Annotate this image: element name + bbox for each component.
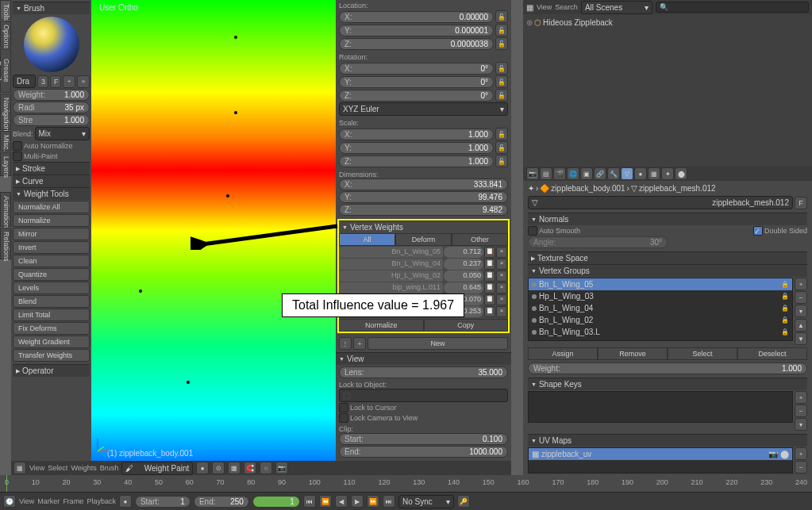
wt-blend[interactable]: Blend: [13, 295, 90, 308]
rot-x[interactable]: X:0°: [339, 63, 494, 75]
vtab-misc[interactable]: Misc.: [0, 131, 11, 151]
prop-tab-layers-icon[interactable]: ▤: [540, 167, 552, 180]
brush-panel-header[interactable]: Brush: [13, 2, 90, 14]
prop-tab-scene-icon[interactable]: 🎬: [553, 167, 566, 180]
shape-keys-header[interactable]: Shape Keys: [528, 378, 807, 390]
end-frame[interactable]: End:250: [194, 496, 249, 508]
curve-panel-header[interactable]: Curve: [13, 174, 90, 187]
snap-icon[interactable]: 🧲: [244, 462, 256, 474]
paste-icon[interactable]: 📋: [484, 270, 495, 282]
rot-y[interactable]: Y:0°: [339, 76, 494, 88]
vw-value[interactable]: 0.712: [444, 247, 483, 258]
vg-item[interactable]: Bn_L_Wing_03.L🔒: [529, 326, 792, 338]
uv-item[interactable]: ▦zippleback_uv📷⬤: [529, 448, 792, 460]
delete-icon[interactable]: ×: [496, 270, 507, 282]
dim-y[interactable]: Y:99.476: [339, 191, 508, 203]
vtab-tools[interactable]: Tools: [0, 0, 11, 20]
vg-move-down-icon[interactable]: ▼: [795, 332, 807, 345]
brush-name-field[interactable]: Dra: [13, 75, 36, 88]
vtab-anim[interactable]: Animation: [0, 192, 11, 227]
prop-tab-modifier-icon[interactable]: 🔧: [607, 167, 620, 180]
lock-icon[interactable]: 🔓: [495, 10, 508, 23]
view-panel-header[interactable]: View: [336, 352, 511, 365]
loc-x[interactable]: X:0.00000: [339, 11, 494, 23]
prop-tab-constraint-icon[interactable]: 🔗: [594, 167, 606, 180]
vw-group-name[interactable]: Bn_L_Wing_05: [340, 247, 443, 258]
lock-icon[interactable]: 🔓: [495, 24, 508, 36]
outliner-item[interactable]: ⊕⬡Hideous Zippleback: [526, 18, 809, 27]
wt-clean[interactable]: Clean: [13, 255, 90, 267]
timeline-ruler[interactable]: 0102030405060708090100110120130140150160…: [0, 475, 812, 493]
brush-remove-icon[interactable]: ×: [77, 75, 90, 88]
uv-list[interactable]: ▦zippleback_uv📷⬤: [528, 447, 793, 474]
hdr-weights-menu[interactable]: Weights: [71, 464, 96, 472]
area-splitter[interactable]: [511, 0, 523, 485]
start-frame[interactable]: Start:1: [135, 496, 190, 508]
loc-y[interactable]: Y:0.000001: [339, 25, 494, 36]
prop-tab-object-icon[interactable]: ▣: [580, 167, 593, 180]
prop-tab-world-icon[interactable]: 🌐: [567, 167, 579, 180]
vw-tab-deform[interactable]: Deform: [395, 233, 452, 246]
keyframe-next-icon[interactable]: ⏩: [367, 495, 379, 508]
hdr-brush-menu[interactable]: Brush: [100, 464, 119, 472]
vg-menu-icon[interactable]: ▾: [795, 305, 807, 317]
editor-type-icon[interactable]: ▦: [13, 462, 26, 474]
dim-z[interactable]: Z:9.482: [339, 204, 508, 216]
pivot-icon[interactable]: ⊙: [212, 462, 225, 474]
wt-normalize[interactable]: Normalize: [13, 214, 90, 227]
sk-add-icon[interactable]: +: [795, 391, 807, 404]
select-button[interactable]: Select: [668, 347, 737, 360]
lock-camera-check[interactable]: [339, 413, 348, 423]
vtab-nav[interactable]: Navigation: [0, 94, 11, 130]
operator-panel-header[interactable]: Operator: [13, 364, 90, 377]
outliner-view-menu[interactable]: View: [537, 3, 552, 11]
clip-end[interactable]: End:1000.000: [339, 446, 508, 458]
vg-item[interactable]: Bn_L_Wing_04🔒: [529, 302, 792, 314]
vg-remove-icon[interactable]: −: [795, 291, 807, 304]
scale-x[interactable]: X:1.000: [339, 128, 494, 140]
wt-levels[interactable]: Levels: [13, 282, 90, 294]
vw-group-name[interactable]: bip_wing.L.011: [340, 282, 443, 293]
prop-tab-physics-icon[interactable]: ⬤: [675, 167, 687, 180]
lock-icon[interactable]: 🔓: [495, 75, 508, 88]
sk-menu-icon[interactable]: ▾: [795, 418, 807, 431]
paste-icon[interactable]: 📋: [484, 247, 495, 258]
multi-paint-check[interactable]: [13, 151, 22, 161]
lock-icon[interactable]: 🔓: [495, 155, 508, 167]
vw-tab-other[interactable]: Other: [452, 233, 508, 246]
weight-slider[interactable]: Weight:1.000: [13, 89, 90, 101]
wt-fix-deforms[interactable]: Fix Deforms: [13, 322, 90, 335]
vertex-groups-header[interactable]: Vertex Groups: [528, 264, 807, 277]
hdr-select-menu[interactable]: Select: [48, 464, 67, 472]
auto-normalize-check[interactable]: [13, 141, 22, 151]
jump-start-icon[interactable]: ⏮: [303, 495, 316, 508]
blend-dropdown[interactable]: Mix▾: [35, 127, 90, 140]
vg-add-icon[interactable]: +: [353, 337, 366, 350]
editor-type-icon[interactable]: 🕐: [3, 495, 16, 508]
vg-item[interactable]: Bn_L_Wing_05🔒: [529, 278, 792, 290]
layers-vis-icon[interactable]: ▦: [228, 462, 241, 474]
vw-normalize-button[interactable]: Normalize: [339, 319, 424, 332]
delete-icon[interactable]: ×: [496, 282, 507, 293]
tml-playback-menu[interactable]: Playback: [87, 497, 116, 505]
auto-smooth-check[interactable]: [528, 226, 537, 236]
radius-slider[interactable]: Radi35 px: [13, 102, 90, 113]
weight-tools-header[interactable]: Weight Tools: [13, 187, 90, 200]
paste-icon[interactable]: 📋: [484, 259, 495, 270]
tml-view-menu[interactable]: View: [19, 497, 34, 505]
vg-item[interactable]: Hp_L_Wing_03🔒: [529, 290, 792, 302]
brush-preview[interactable]: [24, 17, 79, 72]
paste-icon[interactable]: 📋: [484, 294, 495, 305]
wt-weight-gradient[interactable]: Weight Gradient: [13, 336, 90, 348]
vg-item[interactable]: Bn_L_Wing_02🔒: [529, 314, 792, 326]
double-sided-check[interactable]: ✓: [753, 226, 763, 236]
lens-field[interactable]: Lens:35.000: [339, 366, 508, 378]
dim-x[interactable]: X:333.841: [339, 178, 508, 190]
mesh-name-field[interactable]: ▽zippleback_mesh.012: [528, 196, 793, 209]
wt-mirror[interactable]: Mirror: [13, 228, 90, 240]
vg-new-button[interactable]: New: [368, 337, 508, 350]
delete-icon[interactable]: ×: [496, 247, 507, 258]
outliner-display-mode[interactable]: All Scenes▾: [581, 1, 652, 14]
uv-remove-icon[interactable]: −: [795, 461, 807, 474]
wt-quantize[interactable]: Quantize: [13, 268, 90, 281]
